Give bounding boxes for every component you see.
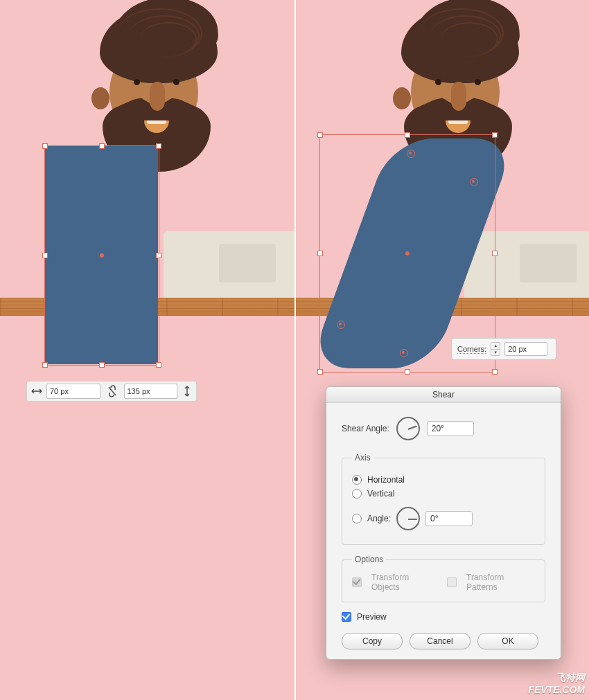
preview-label: Preview <box>357 612 387 622</box>
nose <box>451 82 466 111</box>
dialog-titlebar[interactable]: Shear <box>326 387 561 403</box>
radio-angle[interactable] <box>352 514 362 523</box>
watermark: 飞特网 FEVTE.COM <box>528 672 585 696</box>
options-row: Transform Objects Transform Patterns <box>352 573 535 592</box>
corners-popup: Corners: ▲ ▼ 20 px <box>451 338 556 360</box>
axis-angle-field[interactable]: 0° <box>425 511 473 526</box>
width-value: 70 px <box>50 387 97 395</box>
shear-angle-label: Shear Angle: <box>342 424 389 433</box>
axis-legend: Axis <box>352 453 373 463</box>
hair-highlight <box>140 22 197 55</box>
checkbox-transform-patterns <box>447 577 457 587</box>
preview-row[interactable]: Preview <box>342 612 545 622</box>
transform-objects-label: Transform Objects <box>371 573 437 592</box>
corners-value: 20 px <box>508 345 527 353</box>
axis-vertical-row[interactable]: Vertical <box>352 489 535 499</box>
eye-right <box>475 79 481 85</box>
corners-stepper[interactable]: ▲ ▼ <box>491 342 500 356</box>
ok-button-label: OK <box>502 636 513 646</box>
canvas-right: Corners: ▲ ▼ 20 px Shear Shear Angle: 20… <box>294 0 589 700</box>
height-value: 135 px <box>128 387 175 395</box>
options-group: Options Transform Objects Transform Patt… <box>342 555 545 602</box>
corners-field[interactable]: 20 px <box>504 342 547 356</box>
selection-handle[interactable] <box>492 369 498 375</box>
selection-handle[interactable] <box>405 369 410 375</box>
copy-button[interactable]: Copy <box>342 633 403 649</box>
axis-group: Axis Horizontal Vertical Angle: <box>342 453 545 545</box>
eye-left <box>134 79 140 85</box>
shear-dialog: Shear Shear Angle: 20° Axis Horizontal <box>326 386 561 660</box>
shear-angle-value: 20° <box>432 424 444 433</box>
radio-vertical[interactable] <box>352 489 362 499</box>
width-icon <box>31 386 42 397</box>
height-field[interactable]: 135 px <box>124 384 178 399</box>
axis-angle-dial[interactable] <box>396 507 420 530</box>
axis-horizontal-label: Horizontal <box>367 475 405 485</box>
watermark-line2: FEVTE.COM <box>528 684 585 697</box>
axis-horizontal-row[interactable]: Horizontal <box>352 475 535 485</box>
nose <box>150 82 165 111</box>
copy-button-label: Copy <box>362 636 382 646</box>
selection-handle[interactable] <box>317 251 323 256</box>
shear-angle-dial[interactable] <box>396 417 420 440</box>
laptop-trackpad <box>219 244 276 282</box>
axis-vertical-label: Vertical <box>367 489 394 499</box>
width-field[interactable]: 70 px <box>46 384 100 399</box>
eye-left <box>435 79 441 85</box>
watermark-line1: 飞特网 <box>528 672 585 684</box>
cancel-button-label: Cancel <box>427 636 452 646</box>
ear <box>393 87 411 109</box>
radio-horizontal[interactable] <box>352 475 362 485</box>
axis-angle-label: Angle: <box>367 514 391 523</box>
laptop-trackpad <box>520 244 577 282</box>
shear-angle-field[interactable]: 20° <box>427 421 474 436</box>
selection-handle[interactable] <box>317 132 323 138</box>
scene-left <box>0 0 294 700</box>
axis-angle-value: 0° <box>430 514 438 523</box>
eye-right <box>173 79 179 85</box>
stepper-up-icon[interactable]: ▲ <box>491 343 500 350</box>
ear <box>91 87 109 109</box>
teeth <box>448 120 468 124</box>
dialog-title: Shear <box>432 390 455 400</box>
hair-highlight <box>441 22 498 55</box>
transform-patterns-label: Transform Patterns <box>466 573 535 592</box>
options-legend: Options <box>352 555 386 564</box>
stepper-down-icon[interactable]: ▼ <box>491 350 500 356</box>
cancel-button[interactable]: Cancel <box>410 633 471 649</box>
height-icon <box>182 386 192 397</box>
body-rectangle[interactable] <box>44 145 158 364</box>
teeth <box>147 120 166 124</box>
selection-handle[interactable] <box>317 369 323 375</box>
dialog-body: Shear Angle: 20° Axis Horizontal Vertica… <box>326 403 561 659</box>
corners-label: Corners: <box>457 345 486 353</box>
dialog-buttons: Copy Cancel OK <box>342 633 545 649</box>
checkbox-transform-objects <box>352 577 362 587</box>
constrain-proportions-icon[interactable] <box>107 385 117 397</box>
canvas-left: 70 px 135 px <box>0 0 294 700</box>
transform-dimensions-bar: 70 px 135 px <box>26 381 197 402</box>
panel-divider <box>294 0 296 700</box>
ok-button[interactable]: OK <box>477 633 538 649</box>
axis-angle-row[interactable]: Angle: 0° <box>352 507 535 530</box>
checkbox-preview[interactable] <box>342 612 351 622</box>
shear-angle-row: Shear Angle: 20° <box>342 417 545 440</box>
